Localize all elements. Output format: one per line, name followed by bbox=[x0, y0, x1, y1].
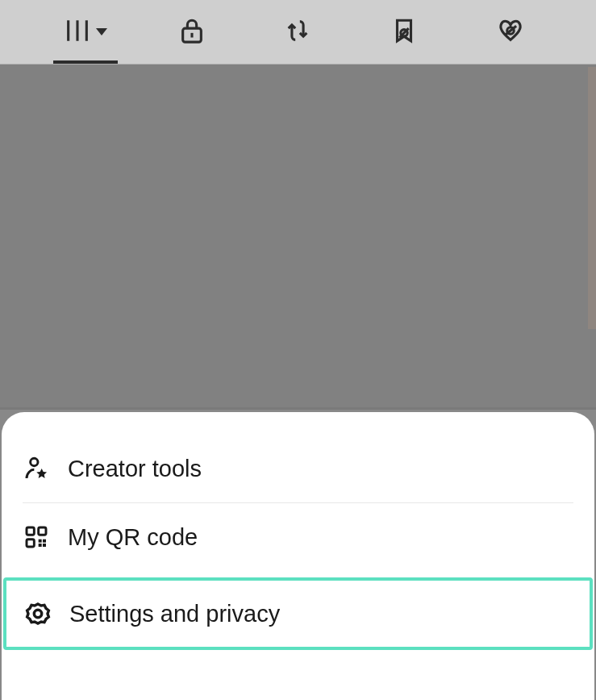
highlighted-menu-item: Settings and privacy bbox=[3, 577, 593, 650]
tab-private[interactable] bbox=[156, 0, 228, 64]
qr-code-icon bbox=[23, 523, 50, 551]
repost-icon bbox=[284, 17, 311, 48]
svg-rect-10 bbox=[27, 540, 34, 547]
svg-point-15 bbox=[34, 610, 41, 617]
menu-settings-privacy[interactable]: Settings and privacy bbox=[6, 581, 590, 647]
chevron-down-icon bbox=[96, 28, 107, 35]
heart-hidden-icon bbox=[497, 17, 524, 48]
svg-rect-13 bbox=[39, 544, 42, 547]
menu-label: Settings and privacy bbox=[69, 601, 280, 627]
tab-liked[interactable] bbox=[474, 0, 547, 64]
lock-icon bbox=[178, 17, 206, 48]
grid-icon bbox=[64, 17, 91, 48]
svg-point-7 bbox=[31, 458, 38, 465]
svg-rect-11 bbox=[39, 540, 42, 543]
bookmark-hidden-icon bbox=[390, 17, 418, 48]
tab-reposts[interactable] bbox=[261, 0, 334, 64]
svg-rect-14 bbox=[43, 544, 46, 547]
menu-label: My QR code bbox=[68, 524, 198, 551]
svg-rect-12 bbox=[43, 540, 46, 543]
profile-content-dimmed bbox=[0, 65, 596, 410]
person-star-icon bbox=[23, 455, 50, 482]
gear-icon bbox=[24, 600, 52, 627]
menu-label: Creator tools bbox=[68, 456, 202, 482]
svg-rect-8 bbox=[27, 527, 34, 535]
tab-saved[interactable] bbox=[368, 0, 440, 64]
svg-rect-9 bbox=[39, 527, 46, 535]
options-bottom-sheet: Creator tools My QR code bbox=[2, 412, 594, 700]
tab-posts[interactable] bbox=[49, 0, 122, 64]
menu-creator-tools[interactable]: Creator tools bbox=[2, 435, 594, 502]
profile-tab-bar bbox=[0, 0, 596, 65]
menu-qr-code[interactable]: My QR code bbox=[2, 503, 594, 571]
